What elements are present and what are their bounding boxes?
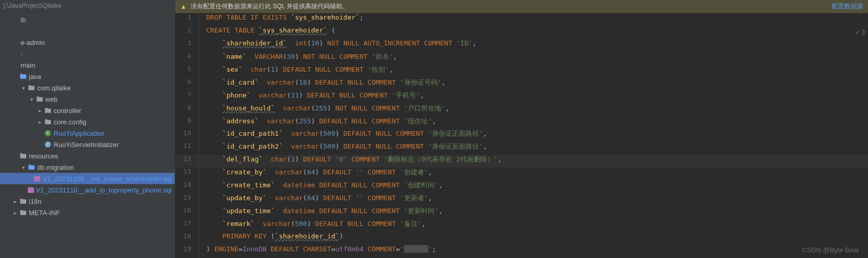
- code-line[interactable]: 6 `id_card` varchar(18) DEFAULT NULL COM…: [175, 78, 868, 91]
- svg-text:C: C: [46, 142, 50, 147]
- sql-icon: [32, 175, 41, 182]
- code-line[interactable]: 12 `del_flag` char(1) DEFAULT '0' COMMEN…: [175, 155, 868, 168]
- breadcrumb: ):\JavaProject\Qilaike: [0, 0, 175, 12]
- code-content[interactable]: `sex` char(1) DEFAULT NULL COMMENT '性别',: [199, 65, 868, 78]
- tree-item[interactable]: CRuoYiApplication: [0, 127, 175, 139]
- chevron-icon[interactable]: ▸: [11, 199, 19, 204]
- tree-item[interactable]: e-admin: [0, 37, 175, 48]
- warning-text: 没有配置任何数据源来运行此 SQL 并提供高级代码辅助。: [191, 2, 348, 11]
- tree-item[interactable]: V1_20231109__init_create_sharehoider.sql: [0, 173, 175, 184]
- code-line[interactable]: 2CREATE TABLE `sys_sharehoider` (: [175, 26, 868, 39]
- folder-icon: [19, 152, 28, 159]
- editor-area: ▲ 没有配置任何数据源来运行此 SQL 并提供高级代码辅助。 配置数据源 ✓⁠3…: [175, 0, 868, 258]
- code-line[interactable]: 1DROP TABLE IF EXISTS `sys_sharehoider`;: [175, 13, 868, 26]
- class-icon: C: [43, 130, 53, 137]
- configure-datasource-link[interactable]: 配置数据源: [832, 2, 863, 11]
- tree-item[interactable]: java: [0, 71, 175, 82]
- code-content[interactable]: `name` VARCHAR(30) NOT NULL COMMENT '姓名'…: [199, 52, 868, 65]
- code-content[interactable]: PRIMARY KEY (`sharehoider_id`): [199, 232, 868, 245]
- code-content[interactable]: `sharehoider_id` int(10) NOT NULL AUTO_I…: [199, 39, 868, 52]
- tree-item[interactable]: [0, 25, 175, 37]
- line-number: 14: [175, 181, 199, 194]
- code-line[interactable]: 7 `phone` varchar(11) DEFAULT NULL COMME…: [175, 91, 868, 104]
- tree-item-label: RuoYiApplication: [54, 130, 105, 137]
- tree-item[interactable]: main: [0, 59, 175, 71]
- tree-item[interactable]: :: [0, 48, 175, 59]
- watermark: CSDN @Byte Beat: [802, 246, 859, 254]
- code-line[interactable]: 19) ENGINE=InnoDB DEFAULT CHARSET=utf8mb…: [175, 245, 868, 258]
- tree-item[interactable]: ▾com.qilaike: [0, 82, 175, 93]
- code-line[interactable]: 8 `house_hould` varchar(255) NOT NULL CO…: [175, 104, 868, 117]
- line-number: 19: [175, 245, 199, 258]
- code-content[interactable]: `del_flag` char(1) DEFAULT '0' COMMENT '…: [199, 155, 868, 168]
- code-content[interactable]: `id_card_path1` varchar(500) DEFAULT NUL…: [199, 129, 868, 142]
- tree-item[interactable]: ▸i18n: [0, 196, 175, 207]
- code-content[interactable]: `create_time` datetime DEFAULT NULL COMM…: [199, 181, 868, 194]
- code-line[interactable]: 13 `create_by` varchar(64) DEFAULT '' CO…: [175, 168, 868, 181]
- line-number: 11: [175, 142, 199, 155]
- warning-icon: ▲: [180, 3, 187, 10]
- code-line[interactable]: 15 `update_by` varchar(64) DEFAULT '' CO…: [175, 194, 868, 206]
- inspection-status[interactable]: ✓⁠3: [855, 29, 865, 36]
- svg-rect-4: [34, 176, 40, 182]
- tree-item[interactable]: resources: [0, 150, 175, 162]
- code-line[interactable]: 3 `sharehoider_id` int(10) NOT NULL AUTO…: [175, 39, 868, 52]
- code-content[interactable]: `address` varchar(255) DEFAULT NULL COMM…: [199, 117, 868, 130]
- tree-item[interactable]: ▸core.config: [0, 116, 175, 127]
- circle-icon: C: [43, 141, 53, 148]
- code-line[interactable]: 16 `update_time` datetime DEFAULT NULL C…: [175, 206, 868, 219]
- tree-item[interactable]: ▸META-INF: [0, 207, 175, 218]
- code-line[interactable]: 17 `remark` varchar(500) DEFAULT NULL CO…: [175, 219, 868, 232]
- line-number: 6: [175, 78, 199, 91]
- tree-item-label: ib: [21, 16, 26, 24]
- code-line[interactable]: 14 `create_time` datetime DEFAULT NULL C…: [175, 181, 868, 194]
- code-content[interactable]: `update_time` datetime DEFAULT NULL COMM…: [199, 206, 868, 219]
- code-content[interactable]: DROP TABLE IF EXISTS `sys_sharehoider`;: [199, 13, 868, 26]
- svg-text:C: C: [46, 131, 50, 136]
- line-number: 10: [175, 129, 199, 142]
- tree-item-label: e-admin: [21, 39, 45, 46]
- tree-item[interactable]: ▸controller: [0, 105, 175, 116]
- code-content[interactable]: `phone` varchar(11) DEFAULT NULL COMMENT…: [199, 91, 868, 104]
- code-content[interactable]: `id_card` varchar(18) DEFAULT NULL COMME…: [199, 78, 868, 91]
- code-line[interactable]: 9 `address` varchar(255) DEFAULT NULL CO…: [175, 117, 868, 130]
- chevron-icon[interactable]: ▸: [36, 119, 43, 125]
- tree-item[interactable]: CRuoYiServletInitializer: [0, 139, 175, 150]
- folder-icon: [19, 209, 28, 216]
- code-content[interactable]: `create_by` varchar(64) DEFAULT '' COMME…: [199, 168, 868, 181]
- folder-blue-icon: [19, 73, 28, 80]
- project-tree[interactable]: ibe-admin:mainjava▾com.qilaike▾web▸contr…: [0, 12, 175, 258]
- line-number: 9: [175, 117, 199, 130]
- folder-blue-icon: [27, 164, 36, 171]
- code-content[interactable]: `update_by` varchar(64) DEFAULT '' COMME…: [199, 194, 868, 206]
- folder-icon: [19, 198, 28, 205]
- code-line[interactable]: 10 `id_card_path1` varchar(500) DEFAULT …: [175, 129, 868, 142]
- chevron-icon[interactable]: ▾: [28, 96, 35, 102]
- code-content[interactable]: `house_hould` varchar(255) NOT NULL COMM…: [199, 104, 868, 117]
- code-content[interactable]: CREATE TABLE `sys_sharehoider` (: [199, 26, 868, 39]
- code-editor[interactable]: ✓⁠3 1DROP TABLE IF EXISTS `sys_sharehoid…: [175, 13, 868, 258]
- code-line[interactable]: 5 `sex` char(1) DEFAULT NULL COMMENT '性别…: [175, 65, 868, 78]
- tree-item[interactable]: V1_20231110__add_ip_toproperty_phone.sql: [0, 184, 175, 196]
- code-content[interactable]: `id_card_path2` varchar(500) DEFAULT NUL…: [199, 142, 868, 155]
- tree-item[interactable]: ▾web: [0, 93, 175, 105]
- folder-icon: [43, 118, 53, 125]
- tree-item-label: db.migration: [37, 164, 74, 171]
- chevron-icon[interactable]: ▾: [20, 85, 27, 91]
- code-line[interactable]: 11 `id_card_path2` varchar(500) DEFAULT …: [175, 142, 868, 155]
- chevron-icon[interactable]: ▸: [36, 108, 43, 114]
- tree-item-label: java: [29, 73, 41, 80]
- chevron-icon[interactable]: ▸: [11, 210, 19, 216]
- sql-icon: [27, 186, 35, 194]
- inspection-count: 3: [861, 29, 865, 36]
- code-content[interactable]: `remark` varchar(500) DEFAULT NULL COMME…: [199, 219, 868, 232]
- code-line[interactable]: 4 `name` VARCHAR(30) NOT NULL COMMENT '姓…: [175, 52, 868, 65]
- chevron-icon[interactable]: ▾: [20, 165, 27, 170]
- code-content[interactable]: ) ENGINE=InnoDB DEFAULT CHARSET=utf8mb4 …: [199, 245, 868, 258]
- line-number: 15: [175, 194, 199, 206]
- tree-item[interactable]: ib: [0, 14, 175, 25]
- code-line[interactable]: 18 PRIMARY KEY (`sharehoider_id`): [175, 232, 868, 245]
- tree-item-label: :: [21, 50, 23, 58]
- line-number: 7: [175, 91, 199, 104]
- tree-item[interactable]: ▾db.migration: [0, 162, 175, 173]
